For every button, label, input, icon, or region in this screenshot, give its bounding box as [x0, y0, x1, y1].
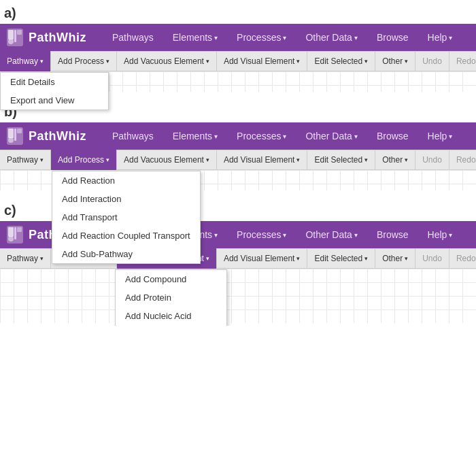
toolbar-b: Pathway ▾ Add Process ▾ Add Vacuous Elem…	[0, 150, 476, 170]
toolbar-redo-c: Redo	[449, 248, 476, 269]
toolbar-other-c[interactable]: Other ▾	[375, 248, 415, 269]
toolbar-undo-b: Undo	[415, 150, 449, 170]
addvisual-caret-a: ▾	[296, 58, 300, 65]
toolbar-undo-a: Undo	[415, 51, 449, 71]
logo-icon-b	[5, 127, 24, 146]
toolbar-addvisual-c[interactable]: Add Visual Element ▾	[217, 248, 308, 269]
section-b: b) PathWhiz Pathways Elements ▾ Processe…	[0, 99, 476, 190]
navbar-a: PathWhiz Pathways Elements ▾ Processes ▾…	[0, 24, 476, 51]
nav-otherdata-b[interactable]: Other Data ▾	[296, 122, 367, 150]
toolbar-redo-b: Redo	[449, 150, 476, 170]
nav-otherdata-c[interactable]: Other Data ▾	[296, 221, 367, 248]
addprocess-caret-a: ▾	[106, 58, 109, 65]
dropdown-b: Add Reaction Add Interaction Add Transpo…	[52, 171, 201, 264]
toolbar-addvisual-b[interactable]: Add Visual Element ▾	[217, 150, 308, 170]
otherdata-caret-a: ▾	[354, 34, 358, 41]
navbar-b: PathWhiz Pathways Elements ▾ Processes ▾…	[0, 122, 476, 150]
other-caret-a: ▾	[405, 58, 408, 65]
dropdown-item-editdetails[interactable]: Edit Details	[1, 73, 108, 91]
svg-point-2	[8, 39, 14, 44]
help-caret-a: ▾	[449, 34, 452, 41]
dropdown-item-addreactioncoupled[interactable]: Add Reaction Coupled Transport	[52, 227, 200, 245]
toolbar-undo-c: Undo	[415, 248, 449, 269]
svg-point-12	[8, 236, 14, 241]
nav-help-c[interactable]: Help ▾	[418, 221, 462, 248]
toolbar-pathway-a[interactable]: Pathway ▾	[0, 51, 51, 71]
svg-rect-14	[17, 227, 22, 232]
toolbar-other-a[interactable]: Other ▾	[375, 51, 415, 71]
addvacuous-caret-a: ▾	[206, 58, 209, 65]
nav-processes-b[interactable]: Processes ▾	[227, 122, 296, 150]
logo-area-a[interactable]: PathWhiz	[5, 28, 86, 47]
dropdown-item-addcompound[interactable]: Add Compound	[116, 270, 226, 288]
toolbar-addprocess-b[interactable]: Add Process ▾	[51, 150, 117, 170]
logo-area-b[interactable]: PathWhiz	[5, 127, 86, 146]
nav-processes-c[interactable]: Processes ▾	[227, 221, 296, 248]
dropdown-item-addreaction[interactable]: Add Reaction	[52, 171, 200, 190]
nav-browse-a[interactable]: Browse	[367, 24, 418, 51]
nav-browse-c[interactable]: Browse	[367, 221, 418, 248]
toolbar-addvacuous-b[interactable]: Add Vacuous Element ▾	[117, 150, 217, 170]
dropdown-item-addinteraction[interactable]: Add Interaction	[52, 190, 200, 208]
toolbar-editselected-b[interactable]: Edit Selected ▾	[307, 150, 375, 170]
nav-help-a[interactable]: Help ▾	[418, 24, 462, 51]
svg-rect-4	[17, 30, 22, 35]
canvas-c	[0, 269, 476, 323]
dropdown-item-addsubpathway[interactable]: Add Sub-Pathway	[52, 245, 200, 263]
toolbar-redo-a: Redo	[449, 51, 476, 71]
nav-items-a: Pathways Elements ▾ Processes ▾ Other Da…	[103, 24, 471, 51]
nav-elements-a[interactable]: Elements ▾	[163, 24, 227, 51]
toolbar-addprocess-a[interactable]: Add Process ▾	[51, 51, 117, 71]
elements-caret-a: ▾	[214, 34, 218, 41]
section-a-label: a)	[0, 0, 476, 24]
toolbar-editselected-a[interactable]: Edit Selected ▾	[307, 51, 375, 71]
nav-pathways-a[interactable]: Pathways	[103, 24, 163, 51]
pathway-caret-a: ▾	[40, 58, 44, 65]
nav-pathways-b[interactable]: Pathways	[103, 122, 163, 150]
logo-icon-c	[5, 225, 24, 244]
svg-rect-1	[8, 30, 14, 39]
nav-processes-a[interactable]: Processes ▾	[227, 24, 296, 51]
processes-caret-a: ▾	[283, 34, 286, 41]
dropdown-item-addtransport[interactable]: Add Transport	[52, 208, 200, 227]
toolbar-editselected-c[interactable]: Edit Selected ▾	[307, 248, 375, 269]
nav-otherdata-a[interactable]: Other Data ▾	[296, 24, 367, 51]
toolbar-other-b[interactable]: Other ▾	[375, 150, 415, 170]
svg-rect-8	[14, 129, 16, 141]
logo-text-a: PathWhiz	[29, 31, 86, 45]
toolbar-addvisual-a[interactable]: Add Visual Element ▾	[217, 51, 308, 71]
logo-icon-a	[5, 28, 24, 47]
toolbar-a: Pathway ▾ Add Process ▾ Add Vacuous Elem…	[0, 51, 476, 71]
svg-point-7	[8, 137, 14, 143]
dropdown-a: Edit Details Export and View	[0, 72, 109, 110]
svg-rect-13	[14, 227, 16, 239]
nav-help-b[interactable]: Help ▾	[418, 122, 462, 150]
nav-elements-b[interactable]: Elements ▾	[163, 122, 227, 150]
toolbar-addvacuous-a[interactable]: Add Vacuous Element ▾	[117, 51, 217, 71]
svg-rect-9	[17, 129, 22, 133]
toolbar-pathway-b[interactable]: Pathway ▾	[0, 150, 51, 170]
svg-rect-6	[8, 129, 14, 138]
toolbar-pathway-c[interactable]: Pathway ▾	[0, 248, 51, 269]
nav-browse-b[interactable]: Browse	[367, 122, 418, 150]
dropdown-item-addnucleic[interactable]: Add Nucleic Acid	[116, 307, 226, 325]
logo-text-b: PathWhiz	[29, 129, 86, 144]
canvas-grid-c	[0, 269, 476, 323]
dropdown-item-addelementcollection[interactable]: Add Element Collection	[116, 325, 226, 326]
nav-items-b: Pathways Elements ▾ Processes ▾ Other Da…	[103, 122, 471, 150]
dropdown-item-exportview[interactable]: Export and View	[1, 91, 108, 110]
svg-rect-11	[8, 227, 14, 237]
dropdown-item-addprotein[interactable]: Add Protein	[116, 288, 226, 307]
dropdown-c: Add Compound Add Protein Add Nucleic Aci…	[115, 269, 227, 326]
editselected-caret-a: ▾	[364, 58, 368, 65]
section-a: a) PathWhiz Pathways Elements ▾ Processe…	[0, 0, 476, 92]
svg-rect-3	[14, 30, 16, 42]
